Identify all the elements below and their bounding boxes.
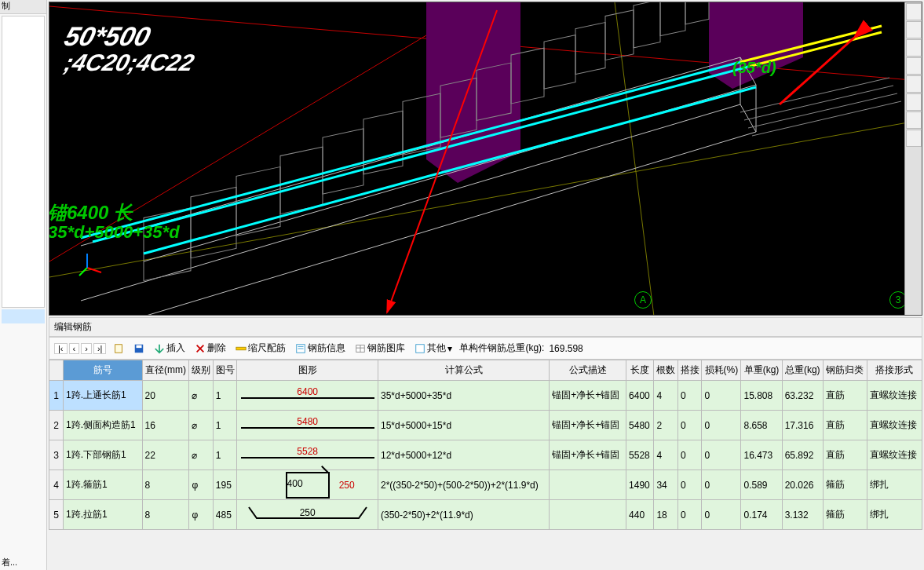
shape-cell[interactable]: 6400	[237, 381, 378, 411]
svg-line-28	[744, 86, 893, 120]
vp-btn-4[interactable]	[906, 57, 922, 75]
table-row[interactable]: 41跨.箍筋18φ1954002502*((350-2*50)+(500-2*5…	[49, 470, 922, 500]
svg-rect-18	[605, 10, 634, 60]
svg-line-29	[748, 93, 897, 128]
formula-label: 35*d+5000+35*d	[49, 222, 180, 243]
col-14[interactable]: 钢筋归类	[823, 360, 867, 381]
svg-rect-38	[137, 345, 142, 348]
save-icon[interactable]	[131, 342, 147, 355]
col-7[interactable]: 公式描述	[550, 360, 626, 381]
svg-rect-39	[236, 347, 246, 350]
left-blank	[2, 16, 45, 308]
svg-rect-36	[115, 344, 122, 353]
vp-btn-6[interactable]	[906, 93, 922, 111]
col-5[interactable]: 图形	[237, 360, 378, 381]
col-9[interactable]: 根数	[654, 360, 677, 381]
annot-label: (35*d)	[732, 59, 776, 77]
col-3[interactable]: 级别	[189, 360, 213, 381]
col-1[interactable]: 筋号	[64, 360, 143, 381]
weight-value: 169.598	[549, 343, 583, 354]
table-row[interactable]: 51跨.拉筋18φ485250(350-2*50)+2*(11.9*d)4401…	[49, 500, 922, 530]
insert-button[interactable]: 插入	[152, 341, 188, 356]
vp-btn-2[interactable]	[906, 21, 922, 38]
rebar-label: ;4C20;4C22	[61, 49, 197, 76]
rebar-table-container: 筋号直径(mm)级别图号图形计算公式公式描述长度根数搭接损耗(%)单重(kg)总…	[49, 360, 922, 530]
col-8[interactable]: 长度	[626, 360, 654, 381]
col-12[interactable]: 单重(kg)	[741, 360, 782, 381]
svg-line-27	[740, 78, 889, 112]
svg-rect-20	[660, 2, 685, 36]
vp-btn-3[interactable]	[906, 39, 922, 57]
rebar-table: 筋号直径(mm)级别图号图形计算公式公式描述长度根数搭接损耗(%)单重(kg)总…	[49, 360, 922, 530]
paste-icon[interactable]	[111, 342, 126, 355]
table-row[interactable]: 11跨.上通长筋120⌀1640035*d+5000+35*d锚固+净长+锚固6…	[49, 381, 922, 411]
svg-rect-21	[685, 2, 709, 24]
axis-a: A	[634, 291, 652, 309]
svg-line-23	[93, 67, 748, 242]
shape-cell[interactable]: 5528	[237, 440, 378, 470]
col-13[interactable]: 总重(kg)	[782, 360, 823, 381]
nav-next[interactable]: ›	[81, 343, 92, 354]
other-dropdown[interactable]: 其他 ▾	[412, 341, 455, 356]
nav-prev[interactable]: ‹	[69, 343, 80, 354]
viewport-toolbar	[904, 2, 922, 316]
lib-button[interactable]: 钢筋图库	[352, 341, 407, 356]
svg-rect-16	[544, 35, 575, 90]
col-4[interactable]: 图号	[213, 360, 236, 381]
left-sidebar: 制 着...	[0, 0, 47, 570]
weight-label: 单构件钢筋总重(kg):	[459, 342, 544, 355]
nav-first[interactable]: |‹	[54, 343, 68, 354]
svg-rect-46	[416, 344, 425, 353]
left-top-label: 制	[0, 0, 46, 14]
vp-btn-1[interactable]	[906, 3, 922, 20]
svg-rect-17	[575, 23, 605, 75]
svg-line-30	[752, 101, 901, 136]
col-11[interactable]: 损耗(%)	[702, 360, 741, 381]
nav-buttons: |‹ ‹ › ›|	[54, 343, 106, 354]
vp-btn-8[interactable]	[906, 130, 922, 147]
col-2[interactable]: 直径(mm)	[142, 360, 189, 381]
left-bottom-label: 着...	[2, 557, 17, 568]
svg-rect-19	[634, 2, 660, 48]
dim-label: 50*500	[61, 21, 154, 52]
table-row[interactable]: 31跨.下部钢筋122⌀1552812*d+5000+12*d锚固+净长+锚固5…	[49, 440, 922, 470]
panel-title: 编辑钢筋	[49, 317, 922, 337]
col-10[interactable]: 搭接	[677, 360, 701, 381]
nav-last[interactable]: ›|	[93, 343, 107, 354]
toolbar: |‹ ‹ › ›| 插入 删除 缩尺配筋 钢筋信息 钢筋图库 其他 ▾ 单构件钢…	[49, 337, 922, 360]
3d-viewport[interactable]: 50*500 ;4C20;4C22 锚6400 长 35*d+5000+35*d…	[49, 2, 922, 316]
svg-rect-9	[280, 147, 323, 214]
table-row[interactable]: 21跨.侧面构造筋116⌀1548015*d+5000+15*d锚固+净长+锚固…	[49, 411, 922, 440]
svg-line-22	[81, 62, 740, 238]
svg-line-3	[615, 2, 654, 316]
info-button[interactable]: 钢筋信息	[293, 341, 348, 356]
delete-button[interactable]: 删除	[192, 341, 228, 356]
col-15[interactable]: 搭接形式	[867, 360, 922, 381]
shape-cell[interactable]: 400250	[237, 470, 378, 500]
svg-rect-10	[323, 129, 363, 194]
shape-cell[interactable]: 250	[237, 500, 378, 530]
vp-btn-5[interactable]	[906, 75, 922, 93]
scale-button[interactable]: 缩尺配筋	[233, 341, 288, 356]
col-0[interactable]	[49, 360, 64, 381]
shape-cell[interactable]: 5480	[237, 411, 378, 440]
vp-btn-7[interactable]	[906, 111, 922, 129]
col-6[interactable]: 计算公式	[378, 360, 549, 381]
left-highlight[interactable]	[2, 309, 45, 323]
